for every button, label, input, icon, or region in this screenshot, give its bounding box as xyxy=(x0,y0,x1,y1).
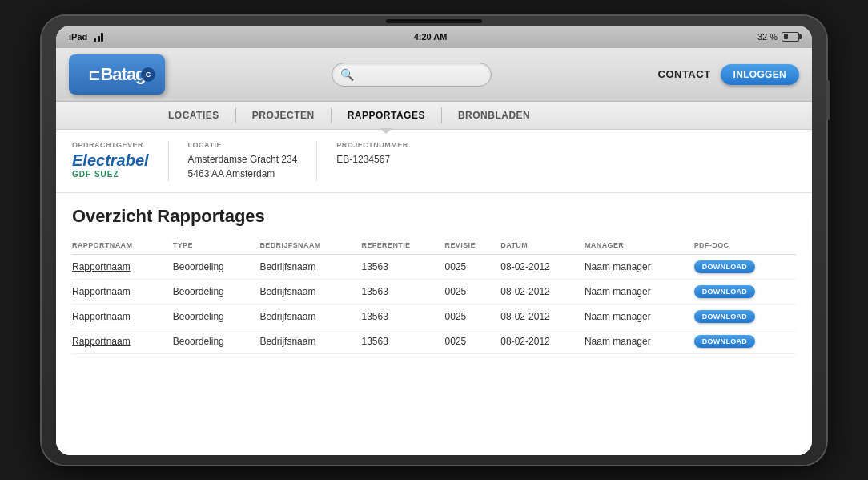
search-icon: 🔍 xyxy=(340,68,354,81)
download-button[interactable]: DOWNLOAD xyxy=(694,310,755,323)
logo-text: ⊏Batag xyxy=(88,64,145,85)
battery-fill xyxy=(784,34,788,39)
col-rapportnaam: RAPPORTNAAM xyxy=(72,238,173,255)
status-left: iPad xyxy=(69,32,103,42)
opdrachtgever-section: OPDRACHTGEVER Electrabel GDF SUEZ xyxy=(72,141,169,181)
wifi-icon xyxy=(94,32,103,42)
cell-company: Bedrijfsnaam xyxy=(259,304,361,329)
opdrachtgever-label: OPDRACHTGEVER xyxy=(72,141,149,149)
locatie-section: LOCATIE Amsterdamse Gracht 234 5463 AA A… xyxy=(188,141,318,181)
cell-manager: Naam manager xyxy=(585,254,694,279)
cell-name[interactable]: Rapportnaam xyxy=(72,329,173,353)
cell-ref: 13563 xyxy=(361,279,444,304)
search-bar[interactable]: 🔍 xyxy=(332,63,492,87)
cell-ref: 13563 xyxy=(361,329,444,353)
cell-ref: 13563 xyxy=(361,304,444,329)
cell-date: 08-02-2012 xyxy=(500,329,585,353)
table-section: Overzicht Rapportages RAPPORTNAAM TYPE B… xyxy=(56,193,812,455)
nav-locaties[interactable]: LOCATIES xyxy=(152,102,235,129)
device-name: iPad xyxy=(69,32,87,42)
cell-name[interactable]: Rapportnaam xyxy=(72,279,173,304)
table-row: RapportnaamBeoordelingBedrijfsnaam135630… xyxy=(72,254,796,279)
download-button[interactable]: DOWNLOAD xyxy=(694,285,755,298)
table-row: RapportnaamBeoordelingBedrijfsnaam135630… xyxy=(72,304,796,329)
cell-company: Bedrijfsnaam xyxy=(259,329,361,353)
cell-download: DOWNLOAD xyxy=(694,329,796,353)
project-number: EB-1234567 xyxy=(336,152,408,167)
info-bar: OPDRACHTGEVER Electrabel GDF SUEZ LOCATI… xyxy=(56,130,812,193)
device-frame: iPad 4:20 AM 32 % ⊏Batag C xyxy=(42,16,826,465)
status-right: 32 % xyxy=(757,32,799,42)
nav-projecten[interactable]: PROJECTEN xyxy=(236,102,331,129)
cell-date: 08-02-2012 xyxy=(500,304,585,329)
battery-pct: 32 % xyxy=(757,32,778,42)
cell-type: Beoordeling xyxy=(173,279,260,304)
cell-ref: 13563 xyxy=(361,254,444,279)
col-manager: MANAGER xyxy=(585,238,694,255)
col-pdf: PDF-DOC xyxy=(694,238,796,255)
table-header-row: RAPPORTNAAM TYPE BEDRIJFSNAAM REFERENTIE… xyxy=(72,238,796,255)
status-bar: iPad 4:20 AM 32 % xyxy=(56,26,812,48)
cell-manager: Naam manager xyxy=(585,279,694,304)
client-sub: GDF SUEZ xyxy=(72,170,119,179)
address-line2: 5463 AA Amsterdam xyxy=(188,168,275,179)
cell-date: 08-02-2012 xyxy=(500,254,585,279)
cell-type: Beoordeling xyxy=(173,254,260,279)
reports-table: RAPPORTNAAM TYPE BEDRIJFSNAAM REFERENTIE… xyxy=(72,238,796,354)
col-type: TYPE xyxy=(173,238,260,255)
address: Amsterdamse Gracht 234 5463 AA Amsterdam xyxy=(188,152,298,181)
cell-type: Beoordeling xyxy=(173,304,260,329)
download-button[interactable]: DOWNLOAD xyxy=(694,260,755,273)
projectnummer-label: PROJECTNUMMER xyxy=(336,141,408,149)
table-row: RapportnaamBeoordelingBedrijfsnaam135630… xyxy=(72,329,796,353)
login-button[interactable]: INLOGGEN xyxy=(721,64,799,85)
app-header: ⊏Batag C 🔍 CONTACT INLOGGEN xyxy=(56,48,812,102)
projectnummer-section: PROJECTNUMMER EB-1234567 xyxy=(336,141,428,181)
screen: iPad 4:20 AM 32 % ⊏Batag C xyxy=(56,26,812,455)
cell-manager: Naam manager xyxy=(585,304,694,329)
cell-rev: 0025 xyxy=(445,254,501,279)
cell-name[interactable]: Rapportnaam xyxy=(72,254,173,279)
logo-circle: C xyxy=(141,67,155,82)
cell-download: DOWNLOAD xyxy=(694,279,796,304)
section-title: Overzicht Rapportages xyxy=(72,206,796,227)
col-datum: DATUM xyxy=(500,238,585,255)
header-right: CONTACT INLOGGEN xyxy=(658,64,800,85)
table-row: RapportnaamBeoordelingBedrijfsnaam135630… xyxy=(72,279,796,304)
logo-area: ⊏Batag C xyxy=(69,54,165,95)
cell-date: 08-02-2012 xyxy=(500,279,585,304)
cell-download: DOWNLOAD xyxy=(694,254,796,279)
cell-rev: 0025 xyxy=(445,304,501,329)
contact-label[interactable]: CONTACT xyxy=(658,68,711,80)
col-bedrijfsnaam: BEDRIJFSNAAM xyxy=(259,238,361,255)
client-name: Electrabel xyxy=(72,152,149,168)
cell-rev: 0025 xyxy=(445,279,501,304)
cell-type: Beoordeling xyxy=(173,329,260,353)
cell-rev: 0025 xyxy=(445,329,501,353)
locatie-label: LOCATIE xyxy=(188,141,298,149)
address-line1: Amsterdamse Gracht 234 xyxy=(188,154,298,165)
col-revisie: REVISIE xyxy=(445,238,501,255)
cell-company: Bedrijfsnaam xyxy=(259,279,361,304)
status-time: 4:20 AM xyxy=(414,32,448,42)
download-button[interactable]: DOWNLOAD xyxy=(694,335,755,348)
battery-icon xyxy=(782,32,799,42)
client-logo: Electrabel GDF SUEZ xyxy=(72,152,149,179)
search-area: 🔍 xyxy=(175,63,649,87)
cell-manager: Naam manager xyxy=(585,329,694,353)
col-referentie: REFERENTIE xyxy=(361,238,444,255)
nav-bar: LOCATIES PROJECTEN RAPPORTAGES BRONBLADE… xyxy=(56,102,812,130)
nav-bronbladen[interactable]: BRONBLADEN xyxy=(442,102,546,129)
cell-download: DOWNLOAD xyxy=(694,304,796,329)
nav-rapportages[interactable]: RAPPORTAGES xyxy=(332,102,441,129)
cell-company: Bedrijfsnaam xyxy=(259,254,361,279)
content: OPDRACHTGEVER Electrabel GDF SUEZ LOCATI… xyxy=(56,130,812,455)
cell-name[interactable]: Rapportnaam xyxy=(72,304,173,329)
